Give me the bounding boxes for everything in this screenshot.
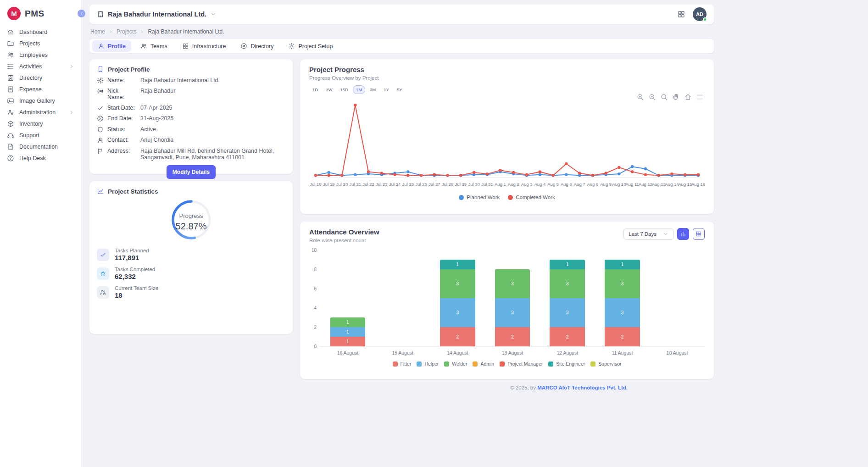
range-5y[interactable]: 5Y — [394, 85, 406, 94]
sidebar-item-help-desk[interactable]: Help Desk — [0, 152, 81, 164]
range-15d[interactable]: 15D — [337, 85, 351, 94]
sidebar-item-activities[interactable]: Activities — [0, 61, 81, 72]
sidebar-collapse-button[interactable] — [78, 10, 85, 17]
apps-grid-icon[interactable] — [677, 10, 685, 18]
range-1w[interactable]: 1W — [323, 85, 335, 94]
legend-completed-work[interactable]: Completed Work — [508, 195, 555, 200]
field-label: Contact: — [107, 137, 137, 144]
svg-text:Aug 8: Aug 8 — [587, 182, 598, 187]
footer-company-link[interactable]: MARCO AIoT Technologies Pvt. Ltd. — [537, 385, 628, 390]
bar-segment-fitter: 2 — [605, 327, 640, 346]
footer-text: © 2025, by — [510, 385, 536, 390]
bar-segment-welder: 3 — [495, 269, 530, 298]
chart-pan-button[interactable] — [672, 93, 680, 101]
headset-icon — [7, 132, 14, 139]
range-3m[interactable]: 3M — [367, 85, 379, 94]
range-1m[interactable]: 1M — [353, 85, 365, 94]
sidebar-item-documentation[interactable]: Documentation — [0, 141, 81, 152]
sidebar: M PMS DashboardProjectsEmployeesActiviti… — [0, 0, 82, 467]
bar-category-label: 12 August — [540, 350, 595, 356]
stat-label: Current Team Size — [115, 285, 158, 291]
bar-view-toggle[interactable] — [677, 228, 689, 240]
tab-label: Teams — [150, 43, 167, 50]
svg-text:Jul 20: Jul 20 — [336, 182, 348, 187]
brand-logo[interactable]: M PMS — [0, 0, 81, 26]
star-icon — [97, 267, 109, 280]
stat-value: 62,332 — [115, 272, 155, 280]
tabs-bar: ProfileTeamsInfrastructureDirectoryProje… — [89, 39, 714, 53]
chart-zoom-out-button[interactable] — [648, 93, 656, 101]
breadcrumb-projects[interactable]: Projects — [117, 28, 136, 35]
folder-icon — [7, 40, 14, 47]
sidebar-item-support[interactable]: Support — [0, 129, 81, 141]
legend-label: Helper — [424, 361, 439, 367]
project-progress-chart[interactable]: Jul 18Jul 19Jul 20Jul 21Jul 22Jul 23Jul … — [309, 95, 705, 194]
sidebar-item-projects[interactable]: Projects — [0, 38, 81, 49]
sidebar-nav: DashboardProjectsEmployeesActivitiesDire… — [0, 26, 81, 164]
bar-category-label: 14 August — [430, 350, 485, 356]
card-header: Project Profile — [97, 66, 285, 73]
legend-welder[interactable]: Welder — [444, 361, 467, 367]
legend-site-engineer[interactable]: Site Engineer — [548, 361, 585, 367]
chart-zoom-button[interactable] — [660, 93, 668, 101]
svg-text:Jul 22: Jul 22 — [362, 182, 374, 187]
svg-text:Jul 21: Jul 21 — [350, 182, 361, 187]
user-avatar[interactable]: AD — [693, 7, 707, 21]
chevron-down-icon — [663, 231, 668, 237]
date-range-select[interactable]: Last 7 Days — [623, 228, 673, 240]
tab-directory[interactable]: Directory — [235, 40, 279, 52]
bar-segment-helper: 3 — [605, 298, 640, 327]
svg-text:Aug 9: Aug 9 — [600, 182, 612, 187]
gear-icon — [97, 77, 104, 84]
chart-zoom-in-button[interactable] — [636, 93, 644, 101]
sidebar-item-dashboard[interactable]: Dashboard — [0, 26, 81, 38]
chart-menu-button[interactable] — [696, 93, 704, 101]
legend-marker — [444, 361, 449, 367]
legend-project-manager[interactable]: Project Manager — [500, 361, 543, 367]
stat-tasks-completed: Tasks Completed62,332 — [97, 267, 285, 280]
bar-segment-site-engineer: 1 — [550, 260, 585, 269]
range-1d[interactable]: 1D — [309, 85, 321, 94]
sidebar-item-image-gallery[interactable]: Image Gallery — [0, 95, 81, 106]
table-icon — [696, 231, 702, 237]
bar-segment-welder: 3 — [605, 269, 640, 298]
legend-label: Fitter — [401, 361, 412, 367]
tab-teams[interactable]: Teams — [135, 40, 173, 52]
users-icon — [140, 43, 147, 50]
tab-profile[interactable]: Profile — [92, 40, 131, 52]
legend-supervisor[interactable]: Supervisor — [590, 361, 621, 367]
date-range-value: Last 7 Days — [629, 231, 657, 237]
book-user-icon — [7, 74, 14, 82]
sidebar-item-expense[interactable]: Expense — [0, 83, 81, 95]
table-view-toggle[interactable] — [693, 228, 705, 240]
breadcrumb-home[interactable]: Home — [90, 28, 105, 35]
sidebar-item-inventory[interactable]: Inventory — [0, 118, 81, 129]
breadcrumb-raja-bahadur-international-ltd: Raja Bahadur International Ltd. — [148, 28, 224, 35]
tab-infrastructure[interactable]: Infrastructure — [177, 40, 232, 52]
legend-label: Completed Work — [516, 195, 555, 200]
sidebar-item-label: Employees — [19, 52, 48, 58]
svg-text:Jul 29: Jul 29 — [455, 182, 467, 187]
chart-subtitle: Role-wise present count — [309, 238, 379, 243]
chart-home-button[interactable] — [684, 93, 692, 101]
sidebar-item-directory[interactable]: Directory — [0, 72, 81, 83]
legend-fitter[interactable]: Fitter — [393, 361, 412, 367]
svg-text:Jul 26: Jul 26 — [415, 182, 427, 187]
company-selector[interactable]: Raja Bahadur International Ltd. — [97, 11, 217, 18]
legend-admin[interactable]: Admin — [473, 361, 494, 367]
tab-project-setup[interactable]: Project Setup — [283, 40, 338, 52]
profile-field-name: Name:Raja Bahadur International Ltd. — [97, 77, 285, 84]
stat-value: 18 — [115, 291, 158, 299]
bar-chart-legend: FitterHelperWelderAdminProject ManagerSi… — [309, 361, 705, 367]
sidebar-item-administration[interactable]: Administration — [0, 106, 81, 118]
sidebar-item-employees[interactable]: Employees — [0, 49, 81, 61]
legend-planned-work[interactable]: Planned Work — [459, 195, 500, 200]
svg-text:Jul 18: Jul 18 — [310, 182, 321, 187]
bar-segment-fitter: 2 — [440, 327, 475, 346]
chevron-left-icon — [79, 11, 84, 17]
modify-details-button[interactable]: Modify Details — [167, 165, 216, 179]
legend-helper[interactable]: Helper — [417, 361, 439, 367]
range-1y[interactable]: 1Y — [380, 85, 392, 94]
flag-icon — [97, 148, 104, 155]
field-label: Name: — [107, 77, 137, 84]
